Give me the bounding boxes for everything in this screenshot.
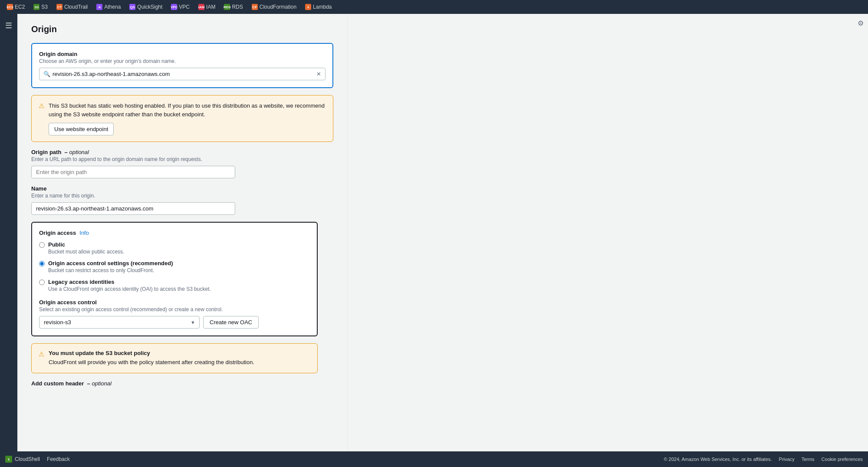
iam-icon: IAM [198, 4, 204, 10]
nav-service-cloudformation[interactable]: CF CloudFormation [248, 3, 300, 11]
privacy-link[interactable]: Privacy [779, 457, 795, 462]
bucket-policy-warning: ⚠ You must update the S3 bucket policy C… [31, 343, 318, 373]
sidebar: ☰ [0, 14, 17, 467]
cloudshell-icon: $ [5, 456, 12, 463]
oac-controls: revision-s3 ▼ Create new OAC [39, 316, 310, 329]
warning-text: This S3 bucket has static web hosting en… [49, 102, 326, 118]
radio-oac-content: Origin access control settings (recommen… [48, 260, 173, 273]
rds-icon: RDS [224, 4, 230, 10]
feedback-link[interactable]: Feedback [47, 456, 70, 462]
bucket-warning-icon: ⚠ [39, 350, 44, 367]
origin-path-label: Origin path – optional [31, 149, 333, 155]
cookie-preferences-link[interactable]: Cookie preferences [822, 457, 863, 462]
warning-content: This S3 bucket has static web hosting en… [49, 102, 326, 135]
oac-control-label: Origin access control [39, 299, 310, 306]
nav-service-cloudtrail[interactable]: CT CloudTrail [53, 3, 91, 11]
warning-icon: ⚠ [39, 102, 44, 135]
radio-legacy-description: Use a CloudFront origin access identity … [48, 286, 211, 292]
footer: $ CloudShell Feedback © 2024, Amazon Web… [0, 451, 868, 467]
right-panel [347, 14, 668, 467]
radio-option-public: Public Bucket must allow public access. [39, 241, 310, 255]
top-right-settings-icon[interactable]: ⚙ [858, 19, 864, 27]
radio-public-label[interactable]: Public [48, 241, 65, 248]
radio-oac-description: Bucket can restrict access to only Cloud… [48, 267, 173, 273]
radio-public-input[interactable] [39, 242, 45, 248]
nav-service-iam[interactable]: IAM IAM [195, 3, 219, 11]
origin-domain-input[interactable] [39, 68, 326, 80]
s3-icon: S3 [33, 4, 39, 10]
nav-label-rds: RDS [232, 4, 243, 10]
cloudformation-icon: CF [252, 4, 258, 10]
origin-access-radio-group: Public Bucket must allow public access. … [39, 241, 310, 292]
athena-icon: A [96, 4, 102, 10]
static-hosting-warning: ⚠ This S3 bucket has static web hosting … [31, 95, 333, 142]
cloudtrail-icon: CT [56, 4, 62, 10]
page-title: Origin [31, 24, 333, 34]
sidebar-menu-icon[interactable]: ☰ [2, 17, 16, 34]
nav-label-ec2: EC2 [15, 4, 25, 10]
nav-service-quicksight[interactable]: QS QuickSight [126, 3, 166, 11]
nav-label-cloudformation: CloudFormation [260, 4, 296, 10]
terms-link[interactable]: Terms [802, 457, 815, 462]
origin-domain-section: Origin domain Choose an AWS origin, or e… [31, 43, 333, 88]
ec2-icon: EC2 [7, 4, 13, 10]
origin-domain-input-wrapper: 🔍 ✕ [39, 68, 326, 80]
name-label: Name [31, 185, 333, 192]
radio-oac-input[interactable] [39, 261, 45, 266]
nav-service-lambda[interactable]: λ Lambda [302, 3, 335, 11]
name-input[interactable] [31, 202, 235, 215]
nav-label-cloudtrail: CloudTrail [64, 4, 88, 10]
top-navigation: EC2 EC2 S3 S3 CT CloudTrail A Athena QS … [0, 0, 868, 14]
main-content: Origin Origin domain Choose an AWS origi… [17, 14, 347, 467]
origin-access-header: Origin access Info [39, 230, 310, 236]
oac-select[interactable]: revision-s3 [39, 316, 200, 329]
name-description: Enter a name for this origin. [31, 193, 333, 199]
oac-control-description: Select an existing origin access control… [39, 306, 310, 312]
radio-public-content: Public Bucket must allow public access. [48, 241, 124, 255]
footer-right: © 2024, Amazon Web Services, Inc. or its… [664, 457, 863, 462]
create-new-oac-button[interactable]: Create new OAC [203, 316, 259, 329]
custom-header-field: Add custom header – optional [31, 380, 333, 387]
radio-legacy-label[interactable]: Legacy access identities [48, 279, 114, 285]
nav-service-rds[interactable]: RDS RDS [220, 3, 246, 11]
use-website-endpoint-button[interactable]: Use website endpoint [49, 123, 114, 135]
origin-access-info-link[interactable]: Info [79, 230, 89, 236]
origin-access-section: Origin access Info Public Bucket must al… [31, 222, 318, 336]
bucket-policy-title: You must update the S3 bucket policy [49, 350, 254, 356]
quicksight-icon: QS [129, 4, 135, 10]
radio-oac-label[interactable]: Origin access control settings (recommen… [48, 260, 173, 266]
oac-select-wrapper: revision-s3 ▼ [39, 316, 200, 329]
nav-service-s3[interactable]: S3 S3 [30, 3, 51, 11]
cloudshell-button[interactable]: $ CloudShell [5, 456, 40, 463]
nav-label-iam: IAM [206, 4, 215, 10]
bucket-policy-content: You must update the S3 bucket policy Clo… [49, 350, 254, 367]
nav-service-athena[interactable]: A Athena [93, 3, 124, 11]
nav-service-vpc[interactable]: VPC VPC [168, 3, 193, 11]
search-icon: 🔍 [43, 71, 50, 77]
footer-copyright: © 2024, Amazon Web Services, Inc. or its… [664, 457, 772, 462]
origin-path-field: Origin path – optional Enter a URL path … [31, 149, 333, 178]
origin-path-description: Enter a URL path to append to the origin… [31, 156, 333, 162]
bucket-policy-text: CloudFront will provide you with the pol… [49, 358, 254, 367]
origin-domain-description: Choose an AWS origin, or enter your orig… [39, 58, 326, 64]
nav-label-s3: S3 [41, 4, 48, 10]
name-field: Name Enter a name for this origin. [31, 185, 333, 215]
footer-left: $ CloudShell Feedback [5, 456, 70, 463]
custom-header-label: Add custom header – optional [31, 380, 333, 387]
nav-label-athena: Athena [104, 4, 121, 10]
nav-label-vpc: VPC [179, 4, 190, 10]
radio-legacy-content: Legacy access identities Use a CloudFron… [48, 279, 211, 292]
cloudshell-label: CloudShell [15, 456, 40, 462]
page-layout: ☰ Origin Origin domain Choose an AWS ori… [0, 14, 868, 467]
origin-domain-label: Origin domain [39, 51, 326, 57]
radio-legacy-input[interactable] [39, 280, 45, 285]
origin-path-input[interactable] [31, 166, 235, 178]
nav-service-ec2[interactable]: EC2 EC2 [3, 3, 28, 11]
lambda-icon: λ [305, 4, 311, 10]
radio-option-oac: Origin access control settings (recommen… [39, 260, 310, 273]
vpc-icon: VPC [171, 4, 177, 10]
radio-option-legacy: Legacy access identities Use a CloudFron… [39, 279, 310, 292]
origin-access-title: Origin access [39, 230, 76, 236]
clear-icon[interactable]: ✕ [316, 71, 321, 77]
radio-public-description: Bucket must allow public access. [48, 249, 124, 255]
